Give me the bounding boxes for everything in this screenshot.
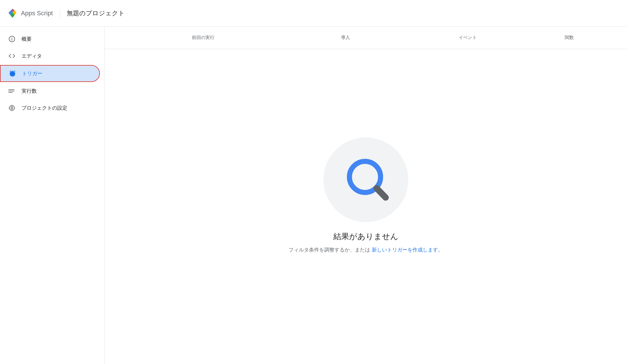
svg-point-11 — [8, 89, 9, 90]
svg-point-13 — [8, 92, 9, 93]
app-name: Apps Script — [21, 10, 53, 17]
col-function: 関数 — [529, 35, 610, 41]
logo-container[interactable]: Apps Script — [7, 8, 53, 19]
sidebar-item-label: 概要 — [22, 36, 32, 42]
svg-line-6 — [10, 71, 10, 71]
main-layout: 概要 エディタ トリガー — [0, 27, 627, 364]
empty-icon-bg — [323, 137, 408, 222]
sidebar-item-editor[interactable]: エディタ — [0, 48, 100, 64]
svg-line-16 — [377, 188, 386, 198]
table-header: 前回の実行 導入 イベント 関数 — [105, 27, 627, 49]
empty-title: 結果がありません — [333, 231, 398, 242]
apps-script-logo — [7, 8, 18, 19]
create-trigger-link[interactable]: 新しいトリガーを作成します。 — [372, 247, 443, 253]
main-content: 前回の実行 導入 イベント 関数 結果がありません フィルタ条件を調整するか、ま… — [105, 27, 627, 364]
magnifier-icon — [342, 156, 390, 204]
col-event: イベント — [407, 35, 529, 41]
sidebar-item-label: エディタ — [22, 53, 42, 59]
project-name[interactable]: 無題のプロジェクト — [67, 9, 125, 18]
list-icon — [8, 87, 16, 95]
sidebar-item-executions[interactable]: 実行数 — [0, 83, 100, 99]
svg-point-14 — [11, 107, 13, 109]
svg-line-7 — [14, 71, 15, 71]
sidebar-item-overview[interactable]: 概要 — [0, 31, 100, 47]
col-prev-run: 前回の実行 — [122, 35, 284, 41]
header-divider — [60, 9, 60, 18]
sidebar-item-triggers[interactable]: トリガー — [0, 65, 100, 82]
empty-text-block: 結果がありません フィルタ条件を調整するか、または 新しいトリガーを作成します。 — [289, 231, 443, 253]
empty-state: 結果がありません フィルタ条件を調整するか、または 新しいトリガーを作成します。 — [105, 49, 627, 364]
svg-point-2 — [12, 38, 12, 38]
sidebar-item-label: 実行数 — [22, 88, 37, 94]
svg-point-12 — [8, 91, 9, 92]
col-deploy: 導入 — [284, 35, 407, 41]
empty-subtitle: フィルタ条件を調整するか、または 新しいトリガーを作成します。 — [289, 246, 443, 253]
empty-subtitle-text: フィルタ条件を調整するか、または — [289, 247, 370, 253]
sidebar: 概要 エディタ トリガー — [0, 27, 105, 364]
sidebar-item-label: トリガー — [22, 70, 42, 77]
info-icon — [8, 35, 16, 43]
alarm-icon — [8, 70, 16, 77]
sidebar-item-label: プロジェクトの設定 — [22, 105, 67, 111]
code-icon — [8, 52, 16, 60]
app-header: Apps Script 無題のプロジェクト — [0, 0, 627, 27]
gear-icon — [8, 104, 16, 112]
sidebar-item-settings[interactable]: プロジェクトの設定 — [0, 100, 100, 116]
